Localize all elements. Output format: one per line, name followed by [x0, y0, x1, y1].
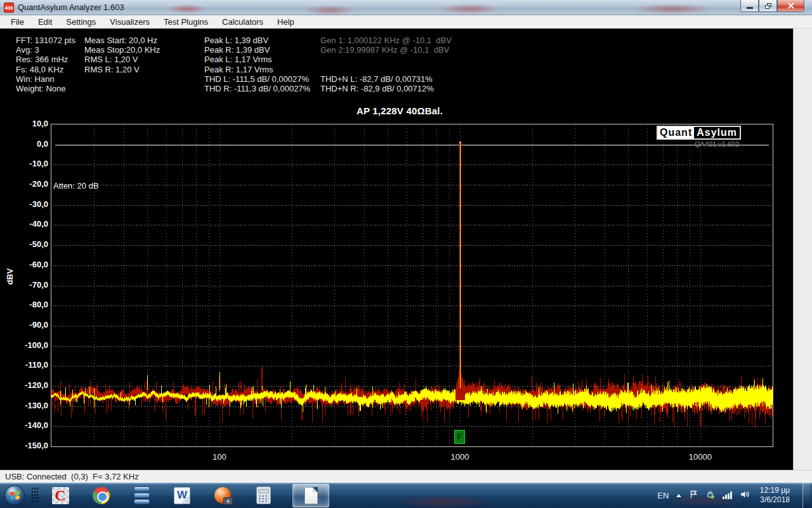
- action-center-flag-icon[interactable]: [689, 490, 698, 502]
- taskbar-item-word[interactable]: W: [169, 483, 195, 508]
- y-axis-tick-label: -120,0: [10, 380, 48, 390]
- restore-icon: [765, 3, 771, 9]
- stat-line: Meas Stop:20,0 KHz: [84, 45, 160, 55]
- y-axis-tick-label: -10,0: [10, 159, 48, 168]
- menu-item-edit[interactable]: Edit: [31, 16, 59, 28]
- menu-item-calculators[interactable]: Calculators: [215, 16, 270, 28]
- thdn-stats-panel: THD+N L: -82,7 dB/ 0,00731%THD+N R: -82,…: [320, 74, 434, 93]
- peak-thd-stats-panel: Peak L: 1,39 dBVPeak R: 1,39 dBVPeak L: …: [204, 36, 310, 93]
- logo-version-text: QA401 v1.603: [695, 140, 739, 148]
- stat-line: Gen 2:19,99987 KHz @ -10,1 dBV: [320, 45, 452, 55]
- stat-line: Peak L: 1,39 dBV: [204, 36, 310, 45]
- stat-line: Weight: None: [16, 84, 75, 93]
- acquisition-stats-panel: FFT: 131072 ptsAvg: 3Res: 366 mHzFs: 48,…: [16, 36, 75, 93]
- close-button[interactable]: [777, 0, 804, 12]
- taskbar-item-red-c-app[interactable]: C: [48, 483, 73, 508]
- stat-line: RMS L: 1,20 V: [84, 55, 160, 64]
- network-signal-icon[interactable]: [723, 491, 732, 499]
- y-axis-tick-label: -90,0: [10, 320, 48, 330]
- taskbar-item-image-viewer[interactable]: [210, 483, 235, 508]
- stat-line: RMS R: 1,20 V: [84, 65, 160, 74]
- spectrum-canvas[interactable]: [51, 124, 773, 446]
- stat-line: THD L: -111,5 dB/ 0,00027%: [204, 74, 310, 84]
- y-axis-tick-label: -70,0: [10, 280, 48, 290]
- menu-item-test-plugins[interactable]: Test Plugins: [157, 16, 215, 28]
- minimize-button[interactable]: [740, 0, 759, 12]
- restore-button[interactable]: [759, 0, 777, 12]
- x-axis-tick-label: 100: [213, 452, 226, 462]
- stat-line: Res: 366 mHz: [16, 55, 75, 64]
- taskbar-item-chrome[interactable]: [88, 483, 114, 508]
- taskbar: C W EN 12:19 μμ 3/6/2018: [0, 483, 812, 508]
- red-c-app-icon: C: [52, 487, 69, 504]
- clock-date: 3/6/2018: [760, 495, 790, 505]
- y-axis-tick-label: -150,0: [10, 441, 48, 450]
- y-axis-tick-label: -130,0: [10, 401, 48, 410]
- stat-line: THD+N L: -82,7 dB/ 0,00731%: [320, 74, 434, 84]
- clock-time: 12:19 μμ: [760, 486, 790, 495]
- logo-part-asylum: Asylum: [694, 127, 740, 138]
- quantasylum-logo: QuantAsylum: [657, 126, 741, 140]
- stat-line: Avg: 3: [16, 45, 75, 55]
- window-right-gutter: [793, 29, 812, 470]
- generator-stats-panel: Gen 1: 1,000122 KHz @ -10,1 dBVGen 2:19,…: [320, 36, 452, 55]
- menu-item-file[interactable]: File: [4, 16, 31, 28]
- word-icon: W: [174, 487, 190, 504]
- stat-line: THD R: -111,3 dB/ 0,00027%: [204, 84, 310, 93]
- taskbar-grip: [31, 487, 39, 504]
- y-axis-tick-label: -60,0: [10, 260, 48, 269]
- y-axis-tick-label: -50,0: [10, 239, 48, 249]
- measurement-stats-panel: Meas Start: 20,0 HzMeas Stop:20,0 KHzRMS…: [84, 36, 160, 74]
- hidden-icons-chevron-icon[interactable]: [676, 494, 681, 497]
- show-desktop-button[interactable]: [802, 483, 809, 508]
- menu-item-settings[interactable]: Settings: [59, 16, 103, 28]
- logo-part-quant: Quant: [658, 127, 694, 138]
- language-indicator[interactable]: EN: [657, 491, 669, 500]
- y-axis-tick-label: -30,0: [10, 199, 48, 209]
- clock[interactable]: 12:19 μμ 3/6/2018: [760, 486, 790, 505]
- stat-line: Win: Hann: [16, 74, 75, 84]
- taskbar-item-calculator[interactable]: [251, 483, 276, 508]
- y-axis-tick-label: -140,0: [10, 420, 48, 430]
- taskbar-item-database-app[interactable]: [129, 483, 154, 508]
- attenuation-annotation: Atten: 20 dB: [53, 181, 99, 190]
- desktop: { "window": { "icon_text": "400", "title…: [0, 0, 812, 508]
- close-icon: [787, 3, 795, 9]
- system-tray: EN 12:19 μμ 3/6/2018: [657, 483, 812, 508]
- status-bar: USB: Connected (0,3) F= 3,72 KHz: [0, 470, 812, 483]
- chart-title: AP 1,228V 40ΩBal.: [0, 105, 799, 116]
- calculator-icon: [256, 486, 271, 504]
- window-title: QuantAsylum Analyzer 1.603: [18, 3, 124, 12]
- y-axis-tick-label: -20,0: [10, 179, 48, 189]
- minimize-icon: [747, 7, 753, 9]
- windows-logo-icon: [10, 491, 20, 500]
- stat-line: Peak L: 1,17 Vrms: [204, 55, 310, 64]
- y-axis-tick-label: -40,0: [10, 219, 48, 229]
- stat-line: FFT: 131072 pts: [16, 36, 75, 45]
- menu-item-visualizers[interactable]: Visualizers: [103, 16, 157, 28]
- document-icon: [304, 487, 318, 504]
- x-axis-tick-label: 1000: [450, 452, 469, 462]
- stat-line: Gen 1: 1,000122 KHz @ -10,1 dBV: [320, 36, 452, 45]
- speaker-icon[interactable]: [740, 490, 750, 502]
- taskbar-item-analyzer-active[interactable]: [292, 484, 329, 507]
- window-titlebar: 400 QuantAsylum Analyzer 1.603: [0, 0, 812, 15]
- stat-line: Peak R: 1,39 dBV: [204, 45, 310, 55]
- plot-area[interactable]: [51, 124, 773, 447]
- stat-line: Meas Start: 20,0 Hz: [84, 36, 160, 45]
- y-axis-tick-label: -80,0: [10, 300, 48, 309]
- chrome-icon: [93, 487, 110, 504]
- usb-eject-icon[interactable]: [705, 490, 715, 502]
- y-axis-tick-label: -100,0: [10, 340, 48, 350]
- menu-bar: FileEditSettingsVisualizersTest PluginsC…: [0, 15, 812, 29]
- y-axis-tick-label: 0,0: [10, 139, 48, 149]
- usb-status-text: USB: Connected (0,3) F= 3,72 KHz: [5, 472, 139, 481]
- image-viewer-icon: [214, 487, 231, 504]
- x-axis-tick-label: 10000: [689, 452, 712, 462]
- y-axis-tick-label: 10,0: [10, 119, 48, 128]
- stat-line: Peak R: 1,17 Vrms: [204, 65, 310, 74]
- stat-line: Fs: 48,0 KHz: [16, 65, 75, 74]
- menu-item-help[interactable]: Help: [270, 16, 301, 28]
- start-button[interactable]: [4, 485, 25, 505]
- stat-line: THD+N R: -82,9 dB/ 0,00712%: [320, 84, 434, 93]
